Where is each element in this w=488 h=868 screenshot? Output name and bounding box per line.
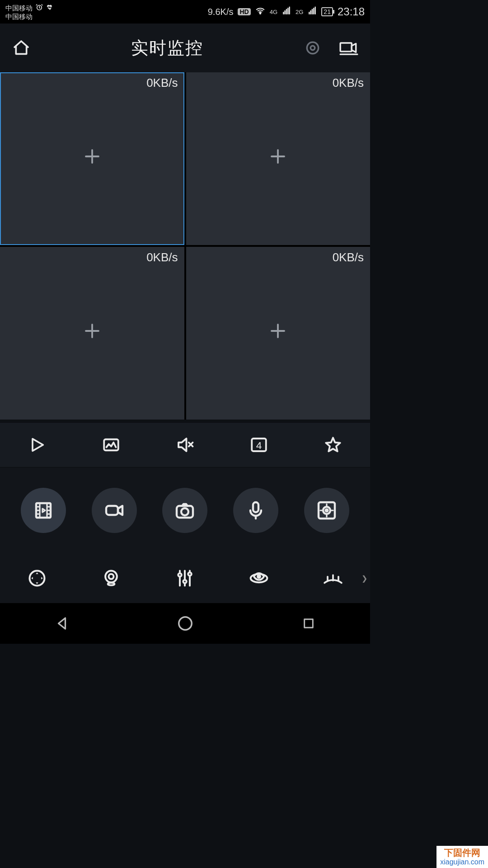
video-icon [103, 500, 125, 521]
add-camera-icon [83, 321, 102, 345]
app-header: 实时监控 [0, 24, 370, 72]
home-icon [12, 39, 30, 57]
camera-cell-1[interactable]: 0KB/s [0, 72, 184, 245]
carrier-2: 中国移动 [5, 13, 54, 21]
svg-point-3 [310, 46, 315, 50]
svg-point-20 [178, 573, 182, 576]
record-clip-button[interactable] [21, 488, 66, 533]
status-bar: 中国移动 中国移动 9.6K/s HD 4G 2G 21 23:18 [0, 0, 370, 24]
settings-button[interactable] [302, 38, 323, 58]
net-4g: 4G [270, 9, 277, 15]
camera-cell-3[interactable]: 0KB/s [0, 247, 184, 420]
status-left: 中国移动 中国移动 [5, 3, 54, 20]
video-button[interactable] [92, 488, 137, 533]
talk-button[interactable] [233, 488, 278, 533]
toolbar-primary: 4 [0, 422, 370, 467]
svg-point-18 [108, 574, 113, 579]
microphone-icon [245, 500, 267, 521]
svg-point-22 [188, 572, 192, 576]
camera-grid: 0KB/s 0KB/s 0KB/s 0KB/s [0, 72, 370, 420]
battery-level: 21 [321, 7, 333, 16]
play-icon [28, 436, 46, 454]
svg-rect-4 [340, 43, 352, 52]
svg-point-21 [183, 580, 187, 583]
svg-point-15 [325, 509, 328, 512]
quality-button[interactable] [100, 434, 122, 456]
fisheye-icon [101, 568, 121, 588]
add-camera-icon [268, 147, 287, 170]
net-speed: 9.6K/s [208, 7, 234, 17]
split-button[interactable]: 4 [248, 434, 270, 456]
toolbar-secondary: ❯ [0, 553, 370, 603]
wiper-icon [322, 568, 344, 588]
svg-point-24 [258, 575, 260, 578]
svg-point-2 [307, 42, 318, 53]
focus-icon [316, 500, 338, 521]
net-2g: 2G [296, 9, 303, 15]
svg-point-17 [105, 571, 117, 583]
camera-photo-icon [174, 500, 196, 521]
mute-button[interactable] [174, 434, 196, 456]
film-icon [33, 500, 54, 521]
ptz-icon [27, 568, 47, 588]
chevron-right-icon[interactable]: ❯ [361, 574, 367, 583]
bitrate-label: 0KB/s [333, 76, 364, 90]
svg-rect-9 [106, 506, 118, 515]
play-button[interactable] [26, 434, 48, 456]
image-icon [102, 435, 121, 454]
wiper-button[interactable] [322, 567, 344, 589]
alarm-icon [35, 3, 43, 13]
gear-icon [304, 39, 321, 57]
signal-1-icon [282, 6, 291, 18]
heart-icon [46, 3, 54, 13]
svg-point-11 [181, 508, 188, 515]
focus-button[interactable] [304, 488, 349, 533]
bitrate-label: 0KB/s [146, 250, 178, 264]
speaker-mute-icon [175, 435, 194, 454]
svg-text:4: 4 [256, 439, 262, 451]
android-nav-bar [0, 603, 370, 644]
square-recent-icon [301, 616, 316, 631]
favorite-button[interactable] [322, 434, 344, 456]
recent-button[interactable] [296, 611, 321, 636]
home-button[interactable] [11, 38, 32, 58]
adjust-button[interactable] [174, 567, 196, 589]
home-nav-button[interactable] [173, 611, 197, 636]
svg-rect-12 [253, 502, 258, 512]
svg-point-19 [108, 583, 114, 585]
camera-cell-4[interactable]: 0KB/s [186, 247, 371, 420]
snapshot-button[interactable] [162, 488, 207, 533]
add-camera-icon [83, 147, 102, 170]
eye-orbit-icon [249, 568, 269, 588]
smart-track-button[interactable] [248, 567, 270, 589]
star-icon [324, 435, 343, 454]
page-title: 实时监控 [131, 37, 203, 60]
svg-rect-26 [304, 619, 313, 628]
grid-4-icon: 4 [249, 435, 268, 454]
bitrate-label: 0KB/s [333, 250, 364, 264]
circle-home-icon [177, 615, 194, 632]
fisheye-button[interactable] [100, 567, 122, 589]
camera-icon [339, 39, 359, 57]
signal-2-icon [308, 6, 317, 18]
back-button[interactable] [50, 611, 74, 636]
hd-badge: HD [238, 8, 250, 15]
add-camera-icon [268, 321, 287, 345]
wifi-icon [255, 6, 265, 18]
clock: 23:18 [338, 5, 365, 18]
svg-point-1 [259, 13, 261, 14]
carrier-1: 中国移动 [5, 5, 33, 12]
camera-list-button[interactable] [338, 38, 359, 58]
bitrate-label: 0KB/s [146, 76, 178, 90]
status-right: 9.6K/s HD 4G 2G 21 23:18 [208, 5, 365, 18]
toolbar-circles [0, 467, 370, 553]
triangle-back-icon [54, 615, 70, 632]
ptz-button[interactable] [26, 567, 48, 589]
sliders-icon [175, 568, 195, 588]
svg-point-25 [178, 617, 192, 630]
camera-cell-2[interactable]: 0KB/s [186, 72, 371, 245]
